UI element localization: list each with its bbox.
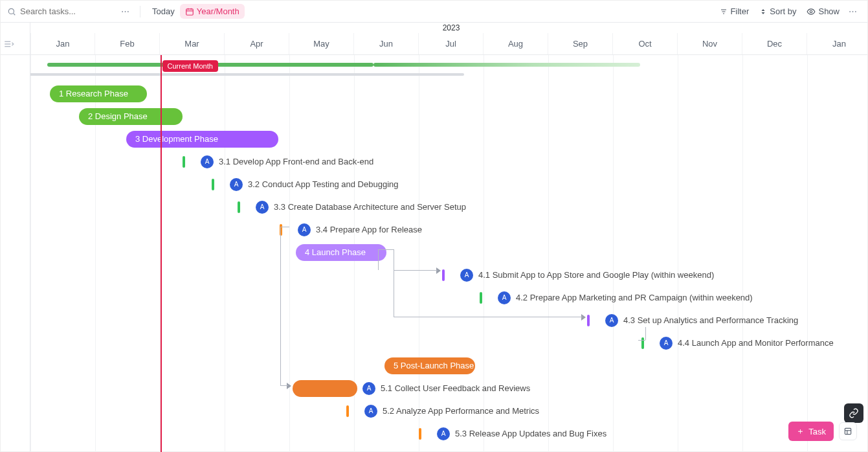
task-pill[interactable]: 4 Launch Phase <box>296 244 386 261</box>
view-toggle-label: Year/Month <box>197 6 239 16</box>
new-task-button[interactable]: ＋ Task <box>788 422 834 441</box>
gantt-task[interactable]: 1 Research Phase <box>50 82 147 105</box>
task-pill[interactable]: 5 Post-Launch Phase <box>384 357 475 374</box>
sortby-button[interactable]: Sort by <box>754 4 801 19</box>
avatar[interactable]: A <box>437 427 450 440</box>
gantt-task[interactable]: 4 Launch Phase <box>296 241 386 264</box>
task-bar[interactable] <box>183 156 185 168</box>
month-cell: Dec <box>742 33 807 54</box>
plus-icon: ＋ <box>796 425 805 437</box>
task-bar[interactable] <box>442 269 445 281</box>
svg-marker-10 <box>762 12 765 14</box>
search-more-icon[interactable]: ⋯ <box>117 6 133 16</box>
gantt-task[interactable]: 2 Design Phase <box>79 105 183 128</box>
current-month-line <box>161 55 162 452</box>
month-cell: Mar <box>160 33 225 54</box>
task-bar[interactable] <box>346 405 349 417</box>
month-cell: Sep <box>548 33 613 54</box>
chart-gutter <box>1 55 30 452</box>
task-solid-bar[interactable] <box>293 380 357 397</box>
avatar[interactable]: A <box>256 201 269 214</box>
task-label: 3.3 Create Database Architecture and Ser… <box>274 202 466 212</box>
gantt-task[interactable]: 3 Development Phase <box>126 128 278 150</box>
task-bar[interactable] <box>480 292 482 304</box>
svg-point-11 <box>810 10 813 13</box>
gantt-task[interactable]: A5.3 Release App Updates and Bug Fixes <box>419 422 606 445</box>
task-label: 3.1 Develop App Front-end and Back-end <box>219 157 373 166</box>
gantt-task[interactable]: A3.4 Prepare App for Release <box>280 218 422 241</box>
task-label: 3.2 Conduct App Testing and Debugging <box>248 179 399 189</box>
month-cell: Nov <box>678 33 742 54</box>
task-bar[interactable] <box>238 201 240 213</box>
sort-icon <box>759 8 767 16</box>
summary-bar <box>373 63 640 67</box>
gantt-task[interactable]: A4.1 Submit App to App Store and Google … <box>442 264 714 286</box>
gantt-task[interactable]: A5.2 Analyze App Performance and Metrics <box>346 400 539 422</box>
divider <box>140 6 140 17</box>
avatar[interactable]: A <box>201 155 214 168</box>
task-pill[interactable]: 1 Research Phase <box>50 85 147 102</box>
today-button[interactable]: Today <box>147 4 180 19</box>
task-pill[interactable]: 2 Design Phase <box>79 108 183 125</box>
svg-marker-9 <box>762 9 765 11</box>
calendar-icon <box>185 7 194 16</box>
fab-row: ＋ Task <box>788 422 857 441</box>
search-icon <box>7 7 16 16</box>
expand-sidebar-icon[interactable] <box>3 38 15 50</box>
sortby-label: Sort by <box>770 6 796 16</box>
task-label: 4.3 Set up Analytics and Performance Tra… <box>623 315 798 325</box>
avatar[interactable]: A <box>498 291 511 304</box>
month-cell: Feb <box>95 33 160 54</box>
task-label: 5.2 Analyze App Performance and Metrics <box>383 406 539 416</box>
gantt-task[interactable]: A4.2 Prepare App Marketing and PR Campai… <box>480 286 753 309</box>
task-label: 4.4 Launch App and Monitor Performance <box>678 338 834 348</box>
gantt-task[interactable]: 5 Post-Launch Phase <box>384 354 475 377</box>
months-row: JanFebMarAprMayJunJulAugSepOctNovDecJan <box>30 33 868 54</box>
task-label: 4.1 Submit App to App Store and Google P… <box>478 270 714 280</box>
svg-rect-15 <box>845 428 851 434</box>
gantt-task[interactable]: A4.3 Set up Analytics and Performance Tr… <box>587 309 798 332</box>
month-cell: Jul <box>419 33 484 54</box>
show-label: Show <box>818 6 840 16</box>
year-label: 2023 <box>30 23 868 33</box>
view-toggle-button[interactable]: Year/Month <box>180 4 245 19</box>
task-pill[interactable]: 3 Development Phase <box>126 131 278 148</box>
left-gutter <box>1 23 30 54</box>
task-label: 5.1 Collect User Feedback and Reviews <box>381 383 530 393</box>
link-fab-button[interactable] <box>844 403 863 423</box>
gantt-task[interactable]: A3.1 Develop App Front-end and Back-end <box>183 150 373 173</box>
avatar[interactable]: A <box>364 405 377 418</box>
summary-bar <box>30 73 464 76</box>
gantt-task[interactable]: A5.1 Collect User Feedback and Reviews <box>293 377 530 400</box>
search-input[interactable] <box>20 6 117 16</box>
task-bar[interactable] <box>212 179 214 190</box>
gantt-task[interactable]: A3.2 Conduct App Testing and Debugging <box>212 173 399 196</box>
filter-icon <box>720 8 728 16</box>
task-bar[interactable] <box>641 337 644 349</box>
gantt-task[interactable]: A4.4 Launch App and Monitor Performance <box>641 332 834 354</box>
gantt-chart[interactable]: Current Month1 Research Phase2 Design Ph… <box>30 55 867 452</box>
filter-label: Filter <box>730 6 749 16</box>
svg-rect-2 <box>186 8 193 14</box>
task-bar[interactable] <box>419 428 421 440</box>
task-label: 4.2 Prepare App Marketing and PR Campaig… <box>516 293 753 302</box>
current-month-badge: Current Month <box>162 60 218 72</box>
search-wrap <box>7 6 117 16</box>
avatar[interactable]: A <box>660 337 673 350</box>
task-bar[interactable] <box>587 315 590 326</box>
avatar[interactable]: A <box>605 314 618 327</box>
avatar[interactable]: A <box>460 269 473 282</box>
new-task-label: Task <box>808 427 826 436</box>
avatar[interactable]: A <box>298 223 311 236</box>
gantt-task[interactable]: A3.3 Create Database Architecture and Se… <box>238 196 466 218</box>
toolbar: ⋯ Today Year/Month Filter Sort by S <box>1 1 867 23</box>
svg-point-0 <box>8 8 14 14</box>
month-cell: Jun <box>354 33 419 54</box>
month-cell: May <box>289 33 354 54</box>
show-button[interactable]: Show <box>801 4 845 19</box>
template-button[interactable] <box>839 422 857 440</box>
avatar[interactable]: A <box>362 382 375 395</box>
toolbar-more-icon[interactable]: ⋯ <box>845 6 861 16</box>
avatar[interactable]: A <box>230 178 243 191</box>
filter-button[interactable]: Filter <box>715 4 754 19</box>
